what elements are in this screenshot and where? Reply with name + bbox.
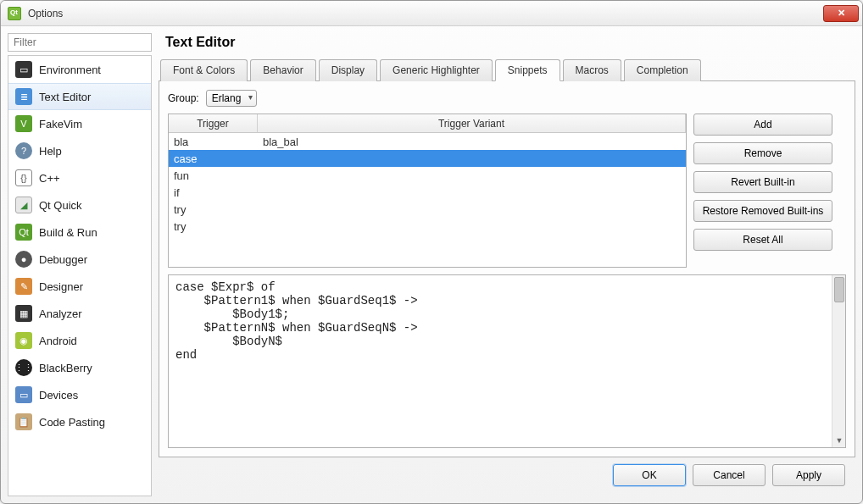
tab-completion[interactable]: Completion xyxy=(624,59,701,81)
editor-scrollbar[interactable]: ▼ xyxy=(832,275,845,447)
group-label: Group: xyxy=(168,92,199,104)
sidebar-item-label: Devices xyxy=(39,389,78,402)
sidebar-item-help[interactable]: ?Help xyxy=(8,137,151,164)
snippet-button-column: Add Remove Revert Built-in Restore Remov… xyxy=(693,114,832,268)
filter-input[interactable] xyxy=(8,33,152,52)
tab-macros[interactable]: Macros xyxy=(563,59,621,81)
sidebar-item-devices[interactable]: ▭Devices xyxy=(8,381,151,408)
sidebar-item-label: Help xyxy=(39,145,62,158)
window-close-button[interactable]: ✕ xyxy=(823,5,859,22)
sidebar-item-label: Build & Run xyxy=(39,226,97,239)
sidebar-item-label: C++ xyxy=(39,172,60,185)
dev-icon: ▭ xyxy=(15,386,32,403)
bb-icon: ⋮⋮ xyxy=(15,359,32,376)
cell-trigger: case xyxy=(169,152,258,165)
add-button[interactable]: Add xyxy=(693,114,832,136)
cell-trigger-variant: bla_bal xyxy=(258,136,686,148)
reset-all-button[interactable]: Reset All xyxy=(693,229,832,251)
sidebar-item-label: Text Editor xyxy=(39,91,91,103)
sidebar-item-label: Analyzer xyxy=(39,307,82,320)
sidebar-item-c-[interactable]: {}C++ xyxy=(8,164,151,191)
table-header: Trigger Trigger Variant xyxy=(169,114,686,133)
sidebar-item-label: Qt Quick xyxy=(39,199,82,212)
tab-generic-highlighter[interactable]: Generic Highlighter xyxy=(380,59,493,81)
titlebar: Options ✕ xyxy=(1,1,862,26)
and-icon: ◉ xyxy=(15,332,32,349)
cell-trigger: try xyxy=(169,220,258,233)
tab-content-snippets: Group: Erlang Trigger Trigger Variant bl… xyxy=(159,81,855,457)
sidebar-item-label: Debugger xyxy=(39,253,87,266)
revert-builtin-button[interactable]: Revert Built-in xyxy=(693,171,832,193)
sidebar-item-fakevim[interactable]: VFakeVim xyxy=(8,110,151,137)
cell-trigger: try xyxy=(169,203,258,216)
sidebar-item-label: FakeVim xyxy=(39,118,82,130)
sidebar-item-label: Environment xyxy=(39,64,101,76)
table-row[interactable]: fun xyxy=(169,167,686,184)
sidebar-item-label: Code Pasting xyxy=(39,416,105,429)
table-row[interactable]: try xyxy=(169,218,686,235)
fake-icon: V xyxy=(15,115,32,132)
col-trigger[interactable]: Trigger xyxy=(169,114,258,132)
env-icon: ▭ xyxy=(15,61,32,78)
tab-display[interactable]: Display xyxy=(319,59,377,81)
main-panel: Text Editor Font & ColorsBehaviorDisplay… xyxy=(159,33,855,496)
sidebar-item-designer[interactable]: ✎Designer xyxy=(8,273,151,300)
sidebar-item-debugger[interactable]: ●Debugger xyxy=(8,246,151,273)
tab-bar: Font & ColorsBehaviorDisplayGeneric High… xyxy=(159,58,855,81)
table-row[interactable]: try xyxy=(169,201,686,218)
build-icon: Qt xyxy=(15,224,32,241)
cpp-icon: {} xyxy=(15,169,32,186)
cancel-button[interactable]: Cancel xyxy=(693,464,766,486)
help-icon: ? xyxy=(15,142,32,159)
sidebar-item-qt-quick[interactable]: ◢Qt Quick xyxy=(8,191,151,219)
group-select-value: Erlang xyxy=(212,92,242,104)
tab-behavior[interactable]: Behavior xyxy=(250,59,315,81)
sidebar-item-environment[interactable]: ▭Environment xyxy=(8,56,151,83)
snippet-code: case $Expr$ of $Pattern1$ when $GuardSeq… xyxy=(169,275,845,367)
category-list: ▭Environment≣Text EditorVFakeVim?Help{}C… xyxy=(8,55,152,496)
scrollbar-thumb[interactable] xyxy=(834,277,844,302)
ana-icon: ▦ xyxy=(15,305,32,322)
cell-trigger: if xyxy=(169,186,258,199)
snippet-editor[interactable]: case $Expr$ of $Pattern1$ when $GuardSeq… xyxy=(168,274,846,448)
sidebar-item-build-run[interactable]: QtBuild & Run xyxy=(8,219,151,246)
remove-button[interactable]: Remove xyxy=(693,142,832,164)
dialog-footer: OK Cancel Apply xyxy=(159,457,855,496)
ok-button[interactable]: OK xyxy=(613,464,686,486)
tab-snippets[interactable]: Snippets xyxy=(495,59,560,81)
cell-trigger: fun xyxy=(169,169,258,182)
snippet-table: Trigger Trigger Variant blabla_balcasefu… xyxy=(168,114,687,268)
text-icon: ≣ xyxy=(15,88,32,105)
table-row[interactable]: if xyxy=(169,184,686,201)
group-select[interactable]: Erlang xyxy=(206,90,258,107)
scrollbar-down-icon[interactable]: ▼ xyxy=(832,434,846,447)
sidebar: ▭Environment≣Text EditorVFakeVim?Help{}C… xyxy=(8,33,152,496)
qt-app-icon xyxy=(8,7,21,20)
des-icon: ✎ xyxy=(15,278,32,295)
sidebar-item-blackberry[interactable]: ⋮⋮BlackBerry xyxy=(8,354,151,381)
cell-trigger: bla xyxy=(169,136,258,148)
sidebar-item-label: BlackBerry xyxy=(39,362,92,374)
sidebar-item-android[interactable]: ◉Android xyxy=(8,327,151,354)
options-window: Options ✕ ▭Environment≣Text EditorVFakeV… xyxy=(0,0,863,504)
group-row: Group: Erlang xyxy=(168,90,846,107)
sidebar-item-label: Designer xyxy=(39,280,83,293)
tab-font-colors[interactable]: Font & Colors xyxy=(160,59,248,81)
window-title: Options xyxy=(28,8,63,19)
col-trigger-variant[interactable]: Trigger Variant xyxy=(258,114,686,132)
qtq-icon: ◢ xyxy=(15,197,32,213)
sidebar-item-label: Android xyxy=(39,335,77,347)
table-row[interactable]: case xyxy=(169,150,686,167)
apply-button[interactable]: Apply xyxy=(772,464,845,486)
sidebar-item-text-editor[interactable]: ≣Text Editor xyxy=(8,83,151,110)
sidebar-item-code-pasting[interactable]: 📋Code Pasting xyxy=(8,408,151,435)
restore-removed-builtins-button[interactable]: Restore Removed Built-ins xyxy=(693,200,832,222)
table-body: blabla_balcasefuniftrytry xyxy=(169,133,686,267)
table-row[interactable]: blabla_bal xyxy=(169,133,686,150)
paste-icon: 📋 xyxy=(15,413,32,430)
close-icon: ✕ xyxy=(838,8,845,19)
dbg-icon: ● xyxy=(15,251,32,268)
sidebar-item-analyzer[interactable]: ▦Analyzer xyxy=(8,300,151,327)
page-title: Text Editor xyxy=(159,33,855,58)
